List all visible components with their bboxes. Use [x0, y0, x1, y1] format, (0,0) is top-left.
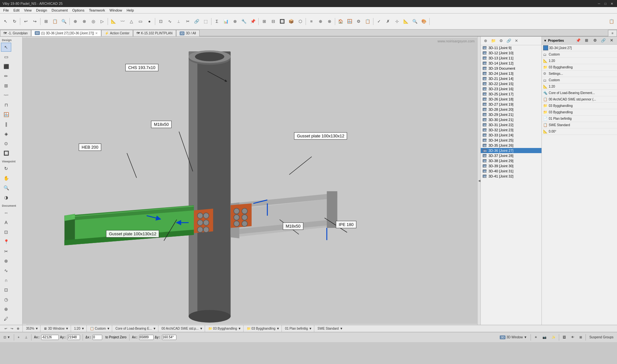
- tb-btn27[interactable]: ⊟: [269, 17, 277, 26]
- nav-item-3d30[interactable]: 3D 3D-30 [Joint 21]: [481, 117, 541, 122]
- tb-btn40[interactable]: ⊹: [393, 17, 401, 26]
- tb-btn6[interactable]: ⊕: [71, 17, 79, 26]
- coord-input-ax2[interactable]: [139, 335, 154, 340]
- text-tool[interactable]: A: [1, 218, 11, 227]
- tb-btn37[interactable]: 📋: [363, 17, 372, 26]
- window-tool[interactable]: 🪟: [1, 110, 11, 119]
- tab-3d-all[interactable]: 3D 3D / All: [176, 30, 200, 36]
- section-tool[interactable]: ✂: [1, 247, 11, 256]
- navigator-toggle[interactable]: 📋: [607, 17, 616, 26]
- nav-item-3d32[interactable]: 3D 3D-32 [Joint 23]: [481, 127, 541, 133]
- redo-btn-status[interactable]: ↪: [9, 326, 14, 331]
- status-archicad[interactable]: 00 ArchiCAD SWE std.p... ▼: [160, 325, 205, 332]
- nav-item-3d13[interactable]: 3D 3D-13 [Joint 11]: [481, 56, 541, 61]
- viewport[interactable]: CHS 193.7x10: [22, 37, 477, 325]
- tb-btn8[interactable]: ◎: [89, 17, 97, 26]
- tb-btn23[interactable]: ⊗: [231, 17, 239, 26]
- status-layer[interactable]: 📋 Custom ▼: [88, 325, 112, 332]
- tab-grundplan[interactable]: 🗺 -1. Grundplan: [0, 30, 31, 36]
- nav-item-3d26[interactable]: 3D 3D-26 [Joint 18]: [481, 97, 541, 102]
- tb-btn13[interactable]: ▭: [136, 17, 145, 26]
- coord-input-ax1[interactable]: [41, 335, 59, 340]
- tab-plintplan[interactable]: 🗺 K-15.102 PLINTPLAN: [133, 30, 176, 36]
- tab-nav-btn[interactable]: ≡: [608, 30, 617, 36]
- object-tool[interactable]: ⊙: [1, 139, 11, 148]
- status-swe[interactable]: SWE Standard ▼: [316, 325, 345, 332]
- slab-tool[interactable]: ⬛: [1, 62, 11, 71]
- visibility-btn[interactable]: 👁: [569, 334, 577, 341]
- nav-item-3d19[interactable]: 3D 3D-19 Document: [481, 66, 541, 71]
- menu-teamwork[interactable]: Teamwork: [87, 8, 107, 13]
- prop-item-settings[interactable]: ⚙Settings...: [542, 71, 617, 77]
- tab-action-center[interactable]: ⚡ Action Center: [101, 30, 133, 36]
- suspend-groups-btn[interactable]: Suspend Groups: [587, 334, 616, 341]
- nav-item-3d24[interactable]: 3D 3D-24 [Joint 13]: [481, 71, 541, 76]
- menu-options[interactable]: Options: [70, 8, 86, 13]
- column-tool[interactable]: ‖: [1, 120, 11, 129]
- status-scale[interactable]: 1:20 ▼: [72, 325, 87, 332]
- tb-btn31[interactable]: ≡: [307, 17, 316, 26]
- nav-item-3d29[interactable]: 3D 3D-29 [Joint 21]: [481, 112, 541, 117]
- nav-item-3d22[interactable]: 3D 3D-22 [Joint 15]: [481, 81, 541, 86]
- label-tool[interactable]: ⊡: [1, 228, 11, 237]
- shell-tool[interactable]: ◷: [1, 295, 11, 304]
- coord-input-dx[interactable]: [93, 335, 102, 340]
- tb-btn11[interactable]: 〰: [118, 17, 127, 26]
- tb-btn15[interactable]: ⊡: [156, 17, 165, 26]
- tb-btn33[interactable]: ⊗: [325, 17, 334, 26]
- tb-btn21[interactable]: Σ: [213, 17, 221, 26]
- nav-item-3d23[interactable]: 3D 3D-23 [Joint 16]: [481, 86, 541, 91]
- bot-snap-btn[interactable]: ⊡ ▼: [1, 334, 13, 341]
- tb-btn7[interactable]: ⊗: [80, 17, 88, 26]
- stair-tool[interactable]: ⊡: [1, 285, 11, 294]
- nav-item-3d36[interactable]: 3D 3D-36 [Joint 27]: [481, 148, 541, 153]
- status-bygghandling[interactable]: 📁 03 Bygghandling ▼: [206, 325, 243, 332]
- tb-btn14[interactable]: ●: [145, 17, 154, 26]
- tb-btn20[interactable]: ⬚: [201, 17, 210, 26]
- side-nav-collapse[interactable]: ◀: [477, 37, 480, 325]
- dim-tool[interactable]: ↔: [1, 208, 11, 217]
- nav-close-btn[interactable]: ✕: [513, 38, 520, 44]
- orbit-tool[interactable]: ↻: [1, 164, 11, 173]
- tb-btn30[interactable]: ⬡: [296, 17, 304, 26]
- line-tool[interactable]: ✏: [1, 72, 11, 81]
- elev-tool[interactable]: ∿: [1, 266, 11, 275]
- status-zoom[interactable]: 353% ▼: [24, 325, 40, 332]
- nav-item-3d40[interactable]: 3D 3D-40 [Joint 31]: [481, 169, 541, 174]
- tb-btn24[interactable]: 🔧: [240, 17, 248, 26]
- tb-btn4[interactable]: 📋: [51, 17, 59, 26]
- menu-design[interactable]: Design: [34, 8, 49, 13]
- marker-tool[interactable]: 📍: [1, 237, 11, 246]
- tb-btn9[interactable]: ▷: [98, 17, 106, 26]
- detail-tool[interactable]: ⊗: [1, 256, 11, 265]
- door-tool[interactable]: ⊓: [1, 100, 11, 109]
- tb-btn34[interactable]: 🏠: [336, 17, 345, 26]
- zoom-fit-btn[interactable]: ⊕: [15, 326, 21, 331]
- tab-joint27[interactable]: 3D (1) 3D-36 [Joint 27] [3D-36 [Joint 27…: [31, 30, 101, 36]
- nav-add-btn[interactable]: ⊕: [482, 38, 489, 44]
- zone-tool[interactable]: 🔲: [1, 149, 11, 158]
- status-view-mode[interactable]: 🖥 3D Window ▼: [42, 325, 71, 332]
- tb-btn19[interactable]: 🔗: [192, 17, 201, 26]
- status-bearing[interactable]: Core of Load-Bearing E... ▼: [113, 325, 158, 332]
- nav-item-3d28[interactable]: 3D 3D-28 [Joint 20]: [481, 107, 541, 112]
- tb-btn16[interactable]: ∿: [165, 17, 174, 26]
- tb-btn3[interactable]: ⊞: [42, 17, 50, 26]
- menu-file[interactable]: File: [1, 8, 11, 13]
- fill-tool[interactable]: ⊞: [1, 81, 11, 90]
- bot-guide-btn[interactable]: ⌖: [15, 334, 22, 341]
- beam-tool[interactable]: ◈: [1, 129, 11, 138]
- nav-link-btn[interactable]: 🔗: [505, 38, 512, 44]
- nav-item-3d35[interactable]: 3D 3D-35 [Joint 26]: [481, 143, 541, 148]
- nav-item-3d14[interactable]: 3D 3D-14 [Joint 12]: [481, 61, 541, 66]
- redo-btn[interactable]: ↪: [31, 17, 39, 26]
- morph-tool[interactable]: ⊕: [1, 305, 11, 314]
- tb-btn36[interactable]: ⚙: [354, 17, 363, 26]
- filter-btn[interactable]: ⊠: [577, 334, 584, 341]
- select-tool[interactable]: ↖: [1, 17, 10, 26]
- collapse-arrow[interactable]: ▼: [544, 39, 547, 42]
- nav-item-3d41[interactable]: 3D 3D-41 [Joint 32]: [481, 174, 541, 179]
- tb-btn32[interactable]: ⊕: [316, 17, 325, 26]
- tb-btn41[interactable]: 📐: [402, 17, 410, 26]
- coord-input-dy[interactable]: [162, 335, 176, 340]
